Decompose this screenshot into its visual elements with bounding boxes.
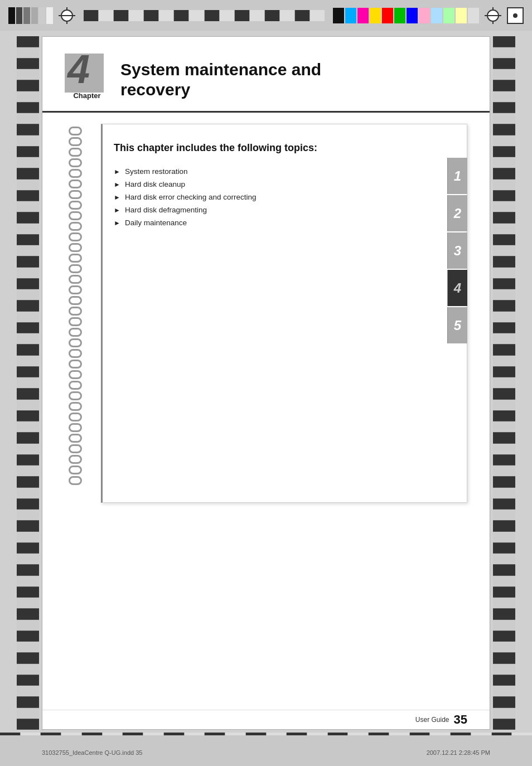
tab-number-3: 3 [454, 243, 461, 259]
color-block-red [382, 8, 393, 23]
page-footer: User Guide 35 [42, 710, 490, 729]
chapter-number: 4 [67, 49, 90, 89]
right-tabs: 12345 [447, 158, 467, 345]
color-block-green [394, 8, 405, 23]
tab-2[interactable]: 2 [447, 195, 467, 231]
registration-box [507, 7, 524, 24]
tab-number-5: 5 [454, 318, 461, 333]
tab-5[interactable]: 5 [447, 307, 467, 343]
footer-label: User Guide [415, 716, 449, 724]
tab-1[interactable]: 1 [447, 158, 467, 194]
tab-4[interactable]: 4 [447, 270, 467, 306]
page-content: This chapter includes the following topi… [42, 113, 490, 514]
print-info-left: 31032755_IdeaCentre Q-UG.indd 35 [42, 749, 142, 756]
page-number: 35 [454, 712, 467, 727]
color-block-black [333, 8, 344, 23]
registration-cross-left [59, 7, 75, 24]
notebook-content: This chapter includes the following topi… [103, 124, 467, 248]
right-tick-marks [493, 36, 515, 730]
topic-list: ►System restoration►Hard disk cleanup►Ha… [114, 167, 439, 227]
page-container: 4 Chapter System maintenance and recover… [42, 36, 490, 730]
color-block-magenta [357, 8, 369, 23]
list-item: ►System restoration [114, 167, 439, 176]
tab-3[interactable]: 3 [447, 232, 467, 269]
tab-number-4: 4 [454, 280, 461, 296]
list-item: ►Hard disk defragmenting [114, 206, 439, 214]
print-info: 31032755_IdeaCentre Q-UG.indd 35 2007.12… [42, 749, 490, 756]
color-block-light-gray [468, 8, 479, 23]
spiral-binding [67, 124, 83, 503]
color-block-blue [407, 8, 418, 23]
registration-cross-right [485, 7, 501, 24]
top-bar [0, 0, 532, 31]
print-info-right: 2007.12.21 2:28:45 PM [427, 749, 490, 756]
chapter-title-text: System maintenance and recovery [120, 60, 467, 100]
arrow-icon: ► [114, 193, 120, 201]
notebook-heading: This chapter includes the following topi… [114, 141, 439, 155]
arrow-icon: ► [114, 206, 120, 214]
bottom-bar: 31032755_IdeaCentre Q-UG.indd 35 2007.12… [0, 735, 532, 766]
page-header: 4 Chapter System maintenance and recover… [42, 37, 490, 113]
spiral-ring [69, 127, 82, 135]
tab-number-1: 1 [454, 168, 461, 184]
tab-number-2: 2 [454, 206, 461, 221]
chapter-title: System maintenance and recovery [120, 60, 467, 100]
color-block-light-blue [431, 8, 442, 23]
color-block-yellow [370, 8, 381, 23]
chapter-label: Chapter [65, 91, 109, 100]
list-item: ►Daily maintenance [114, 219, 439, 227]
chapter-number-block: 4 Chapter [65, 54, 109, 100]
arrow-icon: ► [114, 219, 120, 227]
notebook-page: This chapter includes the following topi… [101, 124, 467, 503]
color-block-light-pink [419, 8, 430, 23]
list-item: ►Hard disk error checking and correcting [114, 193, 439, 201]
left-tick-marks [17, 36, 39, 730]
color-block-light-green [443, 8, 454, 23]
color-calibration-strip [333, 8, 479, 23]
color-block-cyan [345, 8, 356, 23]
arrow-icon: ► [114, 181, 120, 188]
arrow-icon: ► [114, 168, 120, 176]
list-item: ►Hard disk cleanup [114, 180, 439, 188]
color-block-light-yellow [456, 8, 467, 23]
